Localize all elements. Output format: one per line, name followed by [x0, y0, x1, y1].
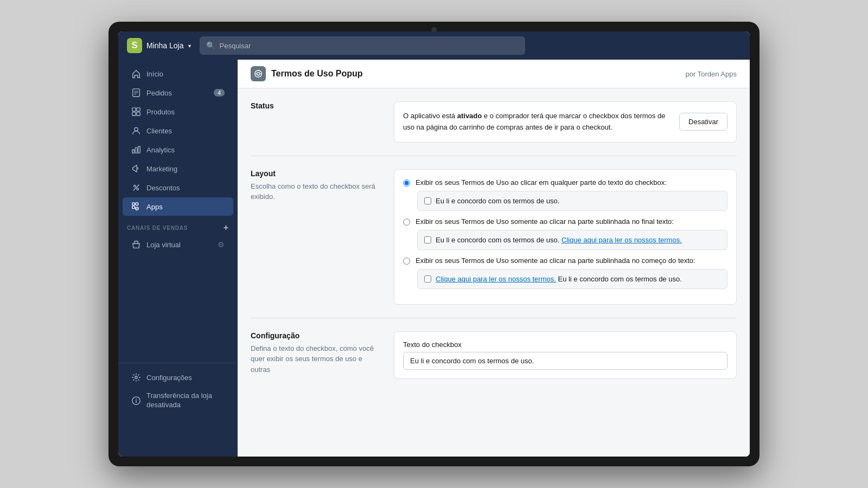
sidebar-item-descontos[interactable]: Descontos — [123, 178, 233, 197]
svg-rect-4 — [132, 108, 136, 111]
checkbox-text-input[interactable] — [403, 352, 727, 370]
layout-description: Escolha como o texto do checkbox será ex… — [251, 181, 381, 202]
svg-point-8 — [135, 127, 138, 131]
layout-option-1-text: Exibir os seus Termos de Uso ao clicar e… — [416, 178, 667, 187]
sidebar-item-inicio[interactable]: Início — [123, 65, 233, 83]
svg-rect-9 — [132, 150, 135, 153]
svg-point-12 — [134, 185, 136, 188]
sidebar-label-inicio: Início — [146, 70, 163, 78]
sidebar-item-apps[interactable]: Apps — [123, 197, 233, 216]
sidebar-label-transferencia: Transferência da loja desativada — [146, 391, 225, 410]
sidebar-label-pedidos: Pedidos — [146, 89, 172, 97]
divider-1 — [251, 156, 737, 156]
layout-option-2: Exibir os seus Termos de Uso somente ao … — [403, 217, 727, 250]
layout-label: Layout Escolha como o texto do checkbox … — [251, 169, 381, 202]
svg-rect-5 — [137, 108, 140, 111]
sidebar-item-configuracoes[interactable]: Configurações — [123, 368, 233, 387]
app-icon — [251, 66, 266, 81]
sidebar-label-configuracoes: Configurações — [146, 374, 192, 382]
sidebar-label-analytics: Analytics — [146, 146, 175, 154]
layout-radio-2[interactable] — [403, 219, 410, 226]
top-nav: S Minha Loja ▾ 🔍 Pesquisar — [118, 31, 750, 60]
products-icon — [131, 107, 141, 117]
configuracao-label: Configuração Defina o texto do checkbox,… — [251, 331, 381, 375]
sidebar-item-analytics[interactable]: Analytics — [123, 140, 233, 159]
svg-point-21 — [135, 376, 138, 379]
search-bar[interactable]: 🔍 Pesquisar — [200, 36, 525, 55]
layout-option-3: Exibir os seus Termos de Uso somente ao … — [403, 256, 727, 289]
shopify-icon: S — [127, 38, 142, 53]
checkbox-field-label: Texto do checkbox — [403, 341, 727, 349]
device-camera — [431, 27, 437, 33]
preview-text-3: Clique aqui para ler os nossos termos. E… — [436, 275, 682, 283]
content-body: Status O aplicativo está ativado e o com… — [238, 88, 750, 392]
sidebar-label-produtos: Produtos — [146, 108, 175, 116]
apps-icon — [131, 202, 141, 211]
divider-2 — [251, 318, 737, 318]
svg-rect-15 — [132, 203, 135, 206]
sidebar-label-apps: Apps — [146, 203, 163, 211]
layout-radio-3[interactable] — [403, 258, 410, 265]
settings-icon — [131, 373, 141, 382]
configuracao-description: Defina o texto do checkbox, como você qu… — [251, 343, 381, 375]
deactivate-button[interactable]: Desativar — [679, 113, 727, 131]
layout-option-1-preview: Eu li e concordo com os termos de uso. — [417, 191, 727, 211]
info-icon — [131, 396, 141, 406]
preview-checkbox-3[interactable] — [424, 275, 431, 282]
sidebar-label-clientes: Clientes — [146, 127, 172, 135]
layout-option-3-preview: Clique aqui para ler os nossos termos. E… — [417, 269, 727, 289]
svg-point-13 — [137, 188, 139, 190]
sidebar-item-clientes[interactable]: Clientes — [123, 121, 233, 140]
layout-radio-1-label[interactable]: Exibir os seus Termos de Uso ao clicar e… — [403, 178, 727, 187]
app-title: Termos de Uso Popup — [271, 69, 363, 79]
customers-icon — [131, 126, 141, 136]
configuracao-heading: Configuração — [251, 331, 381, 340]
preview-text-2: Eu li e concordo com os termos de uso. C… — [436, 236, 682, 244]
store-logo[interactable]: S Minha Loja ▾ — [127, 38, 191, 53]
sidebar-label-marketing: Marketing — [146, 165, 177, 173]
sidebar-item-transferencia[interactable]: Transferência da loja desativada — [123, 387, 233, 414]
layout-option-1: Exibir os seus Termos de Uso ao clicar e… — [403, 178, 727, 211]
loja-virtual-settings-icon[interactable]: ⚙ — [218, 240, 225, 249]
preview-checkbox-2[interactable] — [424, 236, 431, 243]
pedidos-badge: 4 — [214, 89, 225, 97]
canais-section: CANAIS DE VENDAS + — [118, 216, 238, 235]
svg-point-26 — [257, 72, 259, 75]
svg-rect-16 — [136, 203, 138, 206]
status-heading: Status — [251, 101, 381, 110]
screen: S Minha Loja ▾ 🔍 Pesquisar — [118, 31, 750, 457]
sidebar-item-pedidos[interactable]: Pedidos 4 — [123, 84, 233, 102]
add-canal-button[interactable]: + — [224, 223, 229, 233]
layout-card: Exibir os seus Termos de Uso ao clicar e… — [394, 169, 737, 305]
discounts-icon — [131, 183, 141, 192]
content-area: Termos de Uso Popup por Torden Apps Stat… — [238, 60, 750, 457]
analytics-icon — [131, 145, 141, 155]
chevron-down-icon: ▾ — [188, 43, 191, 49]
store-name: Minha Loja — [146, 41, 184, 50]
layout-section: Layout Escolha como o texto do checkbox … — [251, 169, 737, 305]
preview-text-1: Eu li e concordo com os termos de uso. — [436, 197, 559, 205]
preview-link-3: Clique aqui para ler os nossos termos. — [436, 275, 556, 283]
content-header: Termos de Uso Popup por Torden Apps — [238, 60, 750, 88]
home-icon — [131, 69, 141, 79]
svg-rect-17 — [132, 206, 135, 209]
layout-radio-3-label[interactable]: Exibir os seus Termos de Uso somente ao … — [403, 256, 727, 265]
search-icon: 🔍 — [206, 41, 215, 50]
marketing-icon — [131, 164, 141, 174]
shopify-letter: S — [132, 41, 138, 50]
layout-option-3-text: Exibir os seus Termos de Uso somente ao … — [416, 256, 695, 265]
preview-link-2: Clique aqui para ler os nossos termos. — [561, 236, 682, 244]
svg-point-24 — [136, 399, 137, 400]
layout-radio-2-label[interactable]: Exibir os seus Termos de Uso somente ao … — [403, 217, 727, 226]
store-icon — [131, 240, 141, 249]
sidebar-item-marketing[interactable]: Marketing — [123, 159, 233, 178]
layout-radio-1[interactable] — [403, 179, 410, 187]
svg-rect-10 — [135, 147, 137, 153]
layout-option-2-text: Exibir os seus Termos de Uso somente ao … — [416, 217, 674, 226]
status-label: Status — [251, 101, 381, 113]
status-text: O aplicativo está ativado e o comprador … — [403, 111, 671, 133]
preview-checkbox-1[interactable] — [424, 197, 431, 204]
sidebar-item-loja-virtual[interactable]: Loja virtual ⚙ — [123, 235, 233, 254]
sidebar-item-produtos[interactable]: Produtos — [123, 102, 233, 121]
svg-rect-6 — [132, 112, 136, 115]
